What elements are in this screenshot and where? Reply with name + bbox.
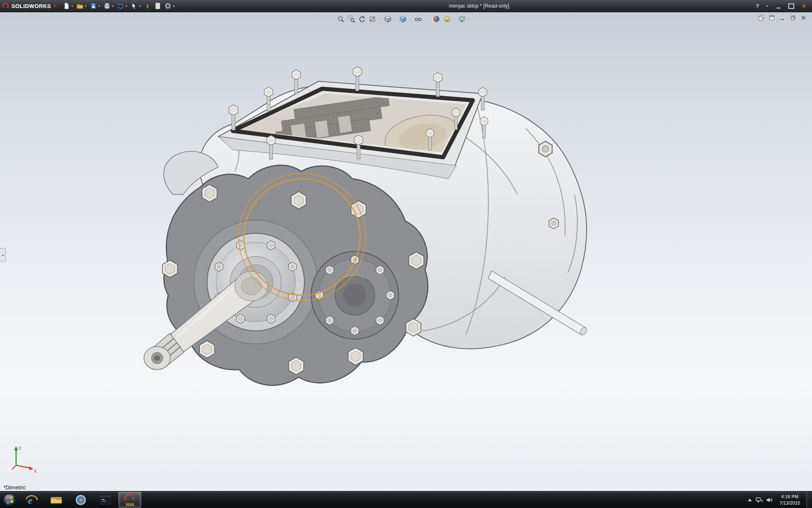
- select-button[interactable]: [129, 1, 139, 11]
- undo-button[interactable]: [115, 1, 126, 11]
- close-document-button[interactable]: [800, 14, 807, 21]
- zoom-to-area-icon: [348, 15, 355, 23]
- solidworks-logo-icon: [3, 3, 9, 9]
- help-button[interactable]: ?: [754, 2, 761, 10]
- new-dropdown-icon[interactable]: [71, 4, 73, 8]
- rebuild-button[interactable]: [143, 1, 153, 11]
- open-button[interactable]: [75, 1, 85, 11]
- window-controls: ?: [754, 2, 812, 10]
- secondary-bearing-cover[interactable]: [311, 251, 399, 339]
- start-button[interactable]: [0, 491, 19, 508]
- triad-x-label: X: [34, 469, 37, 474]
- previous-view-button[interactable]: [357, 14, 367, 24]
- menu-bar-toolbar: [61, 1, 176, 11]
- new-window-icon: [769, 15, 775, 21]
- minimize-document-icon: [779, 15, 785, 21]
- show-desktop-button[interactable]: [807, 491, 811, 508]
- triad-y-label: Y: [19, 446, 22, 451]
- reference-triad: Y X: [8, 443, 39, 474]
- save-floppy-icon: [90, 2, 97, 10]
- new-window-button[interactable]: [768, 14, 775, 21]
- speaker-icon: [766, 497, 773, 503]
- printer-icon: [103, 2, 111, 10]
- undo-dropdown-icon[interactable]: [126, 4, 127, 8]
- close-document-icon: [801, 15, 807, 21]
- solidworks-logo[interactable]: SOLIDWORKS: [0, 3, 61, 9]
- taskbar-command-prompt[interactable]: [94, 492, 117, 508]
- windows-start-orb-icon: [3, 493, 17, 507]
- open-dropdown-icon[interactable]: [85, 4, 87, 8]
- select-dropdown-icon[interactable]: [139, 4, 141, 8]
- window-title: menjac sklop * [Read-only]: [449, 3, 509, 9]
- new-document-icon: [63, 2, 70, 10]
- minimize-document-button[interactable]: [779, 14, 786, 21]
- titlebar: SOLIDWORKS: [0, 0, 812, 12]
- panel-collapse-tab[interactable]: [0, 248, 6, 262]
- help-dropdown-icon[interactable]: [766, 4, 768, 8]
- previous-view-icon: [358, 15, 366, 23]
- hide-show-items-button[interactable]: [414, 14, 423, 24]
- section-view-dropdown-icon[interactable]: [379, 17, 380, 21]
- folder-icon: [49, 493, 63, 507]
- minimize-button[interactable]: [775, 2, 782, 10]
- tray-volume-button[interactable]: [766, 497, 773, 503]
- restore-document-button[interactable]: [790, 14, 796, 21]
- display-style-dropdown-icon[interactable]: [409, 17, 411, 21]
- front-cover-plate[interactable]: [144, 165, 428, 385]
- menu-expand-arrow-icon[interactable]: [54, 4, 56, 8]
- view-orientation-button[interactable]: [383, 14, 392, 24]
- taskbar-media-player[interactable]: [69, 492, 92, 508]
- view-orientation-cube-icon: [384, 15, 392, 23]
- rebuild-traffic-light-icon: [144, 2, 151, 10]
- zoom-to-fit-button[interactable]: [336, 14, 346, 24]
- apply-scene-button[interactable]: [442, 14, 452, 24]
- restore-document-icon: [790, 15, 796, 21]
- brand-text: SOLIDWORKS: [11, 3, 51, 9]
- print-dropdown-icon[interactable]: [112, 4, 114, 8]
- close-button[interactable]: [800, 2, 808, 10]
- tray-network-button[interactable]: [756, 497, 763, 503]
- display-style-icon: [399, 15, 407, 23]
- file-properties-icon: [154, 2, 162, 10]
- options-gear-icon: [164, 2, 172, 10]
- hide-show-dropdown-icon[interactable]: [424, 17, 426, 21]
- taskbar-windows-explorer[interactable]: [45, 492, 68, 508]
- taskbar-internet-explorer[interactable]: e: [20, 492, 43, 508]
- solidworks-version-badge: 2015: [126, 502, 134, 507]
- taskbar-solidworks[interactable]: 2015: [118, 492, 141, 508]
- section-view-button[interactable]: [368, 14, 377, 24]
- chevron-up-icon: [748, 499, 752, 501]
- document-window-controls: [758, 14, 807, 21]
- solidworks-window: SOLIDWORKS: [0, 0, 812, 508]
- tray-expand-button[interactable]: [748, 499, 752, 501]
- hide-show-glasses-icon: [414, 15, 422, 23]
- system-tray: 4:16 PM 7/13/2015: [748, 491, 812, 508]
- save-dropdown-icon[interactable]: [99, 4, 100, 8]
- options-dropdown-icon[interactable]: [173, 4, 175, 8]
- view-settings-icon: [458, 15, 466, 23]
- view-settings-button[interactable]: [458, 14, 467, 24]
- taskbar-clock[interactable]: 4:16 PM 7/13/2015: [777, 494, 803, 506]
- open-folder-icon: [76, 2, 84, 10]
- cascade-windows-button[interactable]: [758, 14, 765, 21]
- heads-up-view-toolbar: [336, 14, 472, 24]
- windows-taskbar: e: [0, 491, 812, 508]
- apply-scene-dropdown-icon[interactable]: [453, 17, 455, 21]
- zoom-to-area-button[interactable]: [347, 14, 356, 24]
- clock-date: 7/13/2015: [779, 500, 800, 506]
- new-button[interactable]: [61, 1, 71, 11]
- options-button[interactable]: [163, 1, 173, 11]
- view-settings-dropdown-icon[interactable]: [468, 17, 470, 21]
- edit-appearance-button[interactable]: [432, 14, 441, 24]
- maximize-button[interactable]: [787, 2, 795, 10]
- view-orientation-dropdown-icon[interactable]: [394, 17, 395, 21]
- network-icon: [756, 497, 763, 503]
- file-properties-button[interactable]: [153, 1, 163, 11]
- section-view-icon: [369, 15, 376, 23]
- display-style-button[interactable]: [398, 14, 408, 24]
- print-button[interactable]: [102, 1, 112, 11]
- save-button[interactable]: [88, 1, 99, 11]
- gearbox-model[interactable]: [0, 12, 812, 491]
- close-icon: [802, 3, 807, 9]
- graphics-area[interactable]: Y X *Dimetric: [0, 12, 812, 491]
